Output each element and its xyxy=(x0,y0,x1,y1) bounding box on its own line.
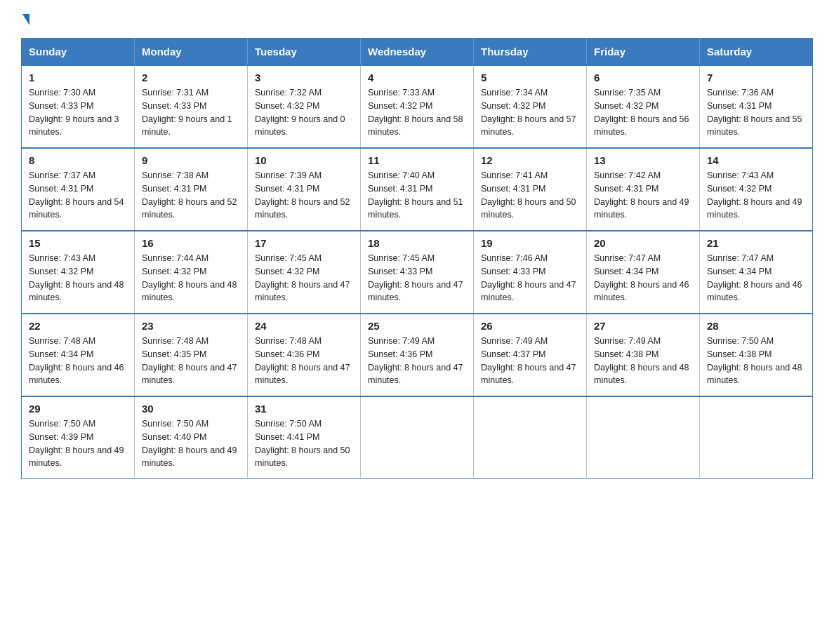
day-info: Sunrise: 7:49 AM Sunset: 4:36 PM Dayligh… xyxy=(368,335,466,387)
day-number: 19 xyxy=(481,237,579,249)
calendar-cell: 3 Sunrise: 7:32 AM Sunset: 4:32 PM Dayli… xyxy=(248,65,361,148)
calendar-week-5: 29 Sunrise: 7:50 AM Sunset: 4:39 PM Dayl… xyxy=(22,396,813,479)
calendar-cell: 11 Sunrise: 7:40 AM Sunset: 4:31 PM Dayl… xyxy=(361,148,474,231)
day-info: Sunrise: 7:50 AM Sunset: 4:38 PM Dayligh… xyxy=(707,335,805,387)
calendar-cell: 7 Sunrise: 7:36 AM Sunset: 4:31 PM Dayli… xyxy=(700,65,813,148)
page-header xyxy=(21,14,813,25)
calendar-week-3: 15 Sunrise: 7:43 AM Sunset: 4:32 PM Dayl… xyxy=(22,231,813,314)
header-day-thursday: Thursday xyxy=(474,39,587,66)
day-number: 10 xyxy=(255,154,353,166)
day-info: Sunrise: 7:45 AM Sunset: 4:33 PM Dayligh… xyxy=(368,252,466,304)
day-number: 24 xyxy=(255,320,353,332)
day-info: Sunrise: 7:47 AM Sunset: 4:34 PM Dayligh… xyxy=(707,252,805,304)
day-number: 30 xyxy=(142,403,240,415)
day-info: Sunrise: 7:31 AM Sunset: 4:33 PM Dayligh… xyxy=(142,86,240,139)
calendar-cell xyxy=(587,396,700,479)
day-info: Sunrise: 7:43 AM Sunset: 4:32 PM Dayligh… xyxy=(707,169,805,222)
calendar-cell: 9 Sunrise: 7:38 AM Sunset: 4:31 PM Dayli… xyxy=(135,148,248,231)
calendar-cell xyxy=(474,396,587,479)
day-number: 27 xyxy=(594,320,692,332)
logo xyxy=(21,14,29,25)
logo-triangle-icon xyxy=(22,14,29,25)
day-number: 31 xyxy=(255,403,353,415)
calendar-week-4: 22 Sunrise: 7:48 AM Sunset: 4:34 PM Dayl… xyxy=(22,314,813,396)
day-number: 14 xyxy=(707,154,805,166)
day-number: 23 xyxy=(142,320,240,332)
day-info: Sunrise: 7:32 AM Sunset: 4:32 PM Dayligh… xyxy=(255,86,353,139)
header-day-tuesday: Tuesday xyxy=(248,39,361,66)
day-info: Sunrise: 7:40 AM Sunset: 4:31 PM Dayligh… xyxy=(368,169,466,222)
calendar-cell: 18 Sunrise: 7:45 AM Sunset: 4:33 PM Dayl… xyxy=(361,231,474,314)
day-number: 9 xyxy=(142,154,240,166)
calendar-cell: 26 Sunrise: 7:49 AM Sunset: 4:37 PM Dayl… xyxy=(474,314,587,396)
day-number: 22 xyxy=(29,320,127,332)
day-number: 4 xyxy=(368,72,466,83)
day-number: 12 xyxy=(481,154,579,166)
calendar-cell: 5 Sunrise: 7:34 AM Sunset: 4:32 PM Dayli… xyxy=(474,65,587,148)
day-info: Sunrise: 7:41 AM Sunset: 4:31 PM Dayligh… xyxy=(481,169,579,222)
day-number: 7 xyxy=(707,72,805,83)
calendar-cell: 27 Sunrise: 7:49 AM Sunset: 4:38 PM Dayl… xyxy=(587,314,700,396)
day-number: 26 xyxy=(481,320,579,332)
day-number: 15 xyxy=(29,237,127,249)
calendar-cell: 1 Sunrise: 7:30 AM Sunset: 4:33 PM Dayli… xyxy=(22,65,135,148)
calendar-cell: 22 Sunrise: 7:48 AM Sunset: 4:34 PM Dayl… xyxy=(22,314,135,396)
day-info: Sunrise: 7:48 AM Sunset: 4:36 PM Dayligh… xyxy=(255,335,353,387)
calendar-cell: 20 Sunrise: 7:47 AM Sunset: 4:34 PM Dayl… xyxy=(587,231,700,314)
day-info: Sunrise: 7:48 AM Sunset: 4:34 PM Dayligh… xyxy=(29,335,127,387)
calendar-cell: 13 Sunrise: 7:42 AM Sunset: 4:31 PM Dayl… xyxy=(587,148,700,231)
day-number: 17 xyxy=(255,237,353,249)
day-info: Sunrise: 7:48 AM Sunset: 4:35 PM Dayligh… xyxy=(142,335,240,387)
calendar-cell: 4 Sunrise: 7:33 AM Sunset: 4:32 PM Dayli… xyxy=(361,65,474,148)
day-number: 20 xyxy=(594,237,692,249)
day-info: Sunrise: 7:49 AM Sunset: 4:37 PM Dayligh… xyxy=(481,335,579,387)
day-info: Sunrise: 7:50 AM Sunset: 4:39 PM Dayligh… xyxy=(29,417,127,470)
day-info: Sunrise: 7:38 AM Sunset: 4:31 PM Dayligh… xyxy=(142,169,240,222)
day-info: Sunrise: 7:35 AM Sunset: 4:32 PM Dayligh… xyxy=(594,86,692,139)
day-info: Sunrise: 7:44 AM Sunset: 4:32 PM Dayligh… xyxy=(142,252,240,304)
day-info: Sunrise: 7:46 AM Sunset: 4:33 PM Dayligh… xyxy=(481,252,579,304)
calendar-cell: 8 Sunrise: 7:37 AM Sunset: 4:31 PM Dayli… xyxy=(22,148,135,231)
day-number: 6 xyxy=(594,72,692,83)
calendar-table: SundayMondayTuesdayWednesdayThursdayFrid… xyxy=(21,38,813,479)
day-info: Sunrise: 7:50 AM Sunset: 4:40 PM Dayligh… xyxy=(142,417,240,470)
calendar-cell: 28 Sunrise: 7:50 AM Sunset: 4:38 PM Dayl… xyxy=(700,314,813,396)
day-info: Sunrise: 7:30 AM Sunset: 4:33 PM Dayligh… xyxy=(29,86,127,139)
calendar-week-1: 1 Sunrise: 7:30 AM Sunset: 4:33 PM Dayli… xyxy=(22,65,813,148)
calendar-cell: 23 Sunrise: 7:48 AM Sunset: 4:35 PM Dayl… xyxy=(135,314,248,396)
day-info: Sunrise: 7:42 AM Sunset: 4:31 PM Dayligh… xyxy=(594,169,692,222)
calendar-cell xyxy=(700,396,813,479)
day-number: 25 xyxy=(368,320,466,332)
day-number: 2 xyxy=(142,72,240,83)
day-number: 11 xyxy=(368,154,466,166)
day-number: 8 xyxy=(29,154,127,166)
calendar-header-row: SundayMondayTuesdayWednesdayThursdayFrid… xyxy=(22,39,813,66)
day-number: 18 xyxy=(368,237,466,249)
calendar-cell: 16 Sunrise: 7:44 AM Sunset: 4:32 PM Dayl… xyxy=(135,231,248,314)
day-info: Sunrise: 7:37 AM Sunset: 4:31 PM Dayligh… xyxy=(29,169,127,222)
calendar-cell: 12 Sunrise: 7:41 AM Sunset: 4:31 PM Dayl… xyxy=(474,148,587,231)
day-number: 16 xyxy=(142,237,240,249)
calendar-cell: 15 Sunrise: 7:43 AM Sunset: 4:32 PM Dayl… xyxy=(22,231,135,314)
calendar-cell: 29 Sunrise: 7:50 AM Sunset: 4:39 PM Dayl… xyxy=(22,396,135,479)
calendar-cell: 6 Sunrise: 7:35 AM Sunset: 4:32 PM Dayli… xyxy=(587,65,700,148)
day-number: 5 xyxy=(481,72,579,83)
calendar-cell: 24 Sunrise: 7:48 AM Sunset: 4:36 PM Dayl… xyxy=(248,314,361,396)
day-number: 29 xyxy=(29,403,127,415)
day-info: Sunrise: 7:33 AM Sunset: 4:32 PM Dayligh… xyxy=(368,86,466,139)
day-info: Sunrise: 7:36 AM Sunset: 4:31 PM Dayligh… xyxy=(707,86,805,139)
day-info: Sunrise: 7:43 AM Sunset: 4:32 PM Dayligh… xyxy=(29,252,127,304)
calendar-cell: 2 Sunrise: 7:31 AM Sunset: 4:33 PM Dayli… xyxy=(135,65,248,148)
day-info: Sunrise: 7:47 AM Sunset: 4:34 PM Dayligh… xyxy=(594,252,692,304)
day-info: Sunrise: 7:50 AM Sunset: 4:41 PM Dayligh… xyxy=(255,417,353,470)
day-info: Sunrise: 7:49 AM Sunset: 4:38 PM Dayligh… xyxy=(594,335,692,387)
day-info: Sunrise: 7:34 AM Sunset: 4:32 PM Dayligh… xyxy=(481,86,579,139)
calendar-cell: 17 Sunrise: 7:45 AM Sunset: 4:32 PM Dayl… xyxy=(248,231,361,314)
day-number: 1 xyxy=(29,72,127,83)
header-day-saturday: Saturday xyxy=(700,39,813,66)
day-info: Sunrise: 7:39 AM Sunset: 4:31 PM Dayligh… xyxy=(255,169,353,222)
day-number: 28 xyxy=(707,320,805,332)
day-info: Sunrise: 7:45 AM Sunset: 4:32 PM Dayligh… xyxy=(255,252,353,304)
header-day-friday: Friday xyxy=(587,39,700,66)
day-number: 3 xyxy=(255,72,353,83)
